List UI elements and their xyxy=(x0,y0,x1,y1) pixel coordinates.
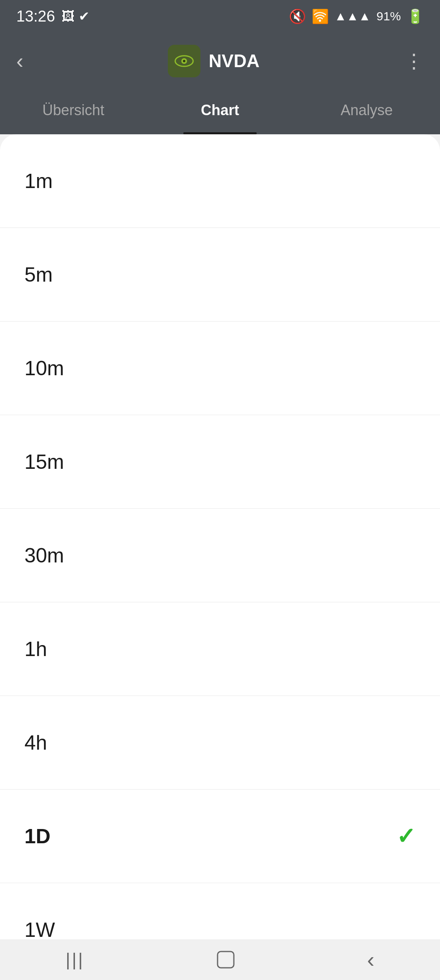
back-button[interactable]: ‹ xyxy=(16,49,23,73)
list-item-1d[interactable]: 1D ✓ xyxy=(0,790,440,883)
tab-chart-label: Chart xyxy=(201,102,239,119)
battery-percent: 91% xyxy=(376,9,401,23)
status-icons-right: 🔇 🛜 ▲▲▲ 91% 🔋 xyxy=(289,8,424,24)
more-options-button[interactable]: ⋮ xyxy=(404,50,424,72)
list-item-1h-label: 1h xyxy=(24,637,47,661)
time-period-list: 1m 5m 10m 15m 30m 1h 4h 1D ✓ 1W xyxy=(0,134,440,977)
status-icons-left: 🖼 ✔ xyxy=(62,9,90,24)
list-item-5m-label: 5m xyxy=(24,263,53,287)
list-item-1m-label: 1m xyxy=(24,169,53,193)
tab-bar: Übersicht Chart Analyse xyxy=(0,90,440,134)
list-item-30m-label: 30m xyxy=(24,544,64,567)
tab-uebersicht-label: Übersicht xyxy=(42,102,104,119)
app-bar-center: NVDA xyxy=(168,45,260,77)
bottom-nav: ||| ‹ xyxy=(0,939,440,980)
recents-button[interactable]: ||| xyxy=(66,949,84,970)
list-item-30m[interactable]: 30m xyxy=(0,509,440,602)
list-item-5m[interactable]: 5m xyxy=(0,228,440,322)
list-item-1w-label: 1W xyxy=(24,918,55,942)
app-title: NVDA xyxy=(209,51,260,71)
tab-analyse-label: Analyse xyxy=(341,102,393,119)
tab-uebersicht[interactable]: Übersicht xyxy=(0,90,147,134)
selected-checkmark: ✓ xyxy=(396,823,416,849)
wifi-icon: 🛜 xyxy=(312,8,329,24)
check-icon: ✔ xyxy=(79,9,90,24)
svg-point-2 xyxy=(183,60,185,62)
status-time-group: 13:26 🖼 ✔ xyxy=(16,8,90,25)
tab-analyse[interactable]: Analyse xyxy=(293,90,440,134)
list-item-15m[interactable]: 15m xyxy=(0,415,440,509)
list-item-4h-label: 4h xyxy=(24,731,47,755)
battery-icon: 🔋 xyxy=(407,8,424,24)
status-bar: 13:26 🖼 ✔ 🔇 🛜 ▲▲▲ 91% 🔋 xyxy=(0,0,440,33)
list-item-10m-label: 10m xyxy=(24,357,64,380)
app-bar: ‹ NVDA ⋮ xyxy=(0,33,440,90)
signal-icon: ▲▲▲ xyxy=(334,9,371,23)
mute-icon: 🔇 xyxy=(289,8,306,24)
tab-chart[interactable]: Chart xyxy=(147,90,293,134)
list-item-10m[interactable]: 10m xyxy=(0,322,440,415)
list-item-1m[interactable]: 1m xyxy=(0,134,440,228)
svg-rect-3 xyxy=(218,952,234,968)
back-nav-button[interactable]: ‹ xyxy=(367,947,374,972)
list-item-4h[interactable]: 4h xyxy=(0,696,440,790)
list-item-1h[interactable]: 1h xyxy=(0,602,440,696)
app-icon xyxy=(168,45,200,77)
list-item-1d-label: 1D xyxy=(24,825,51,848)
gallery-icon: 🖼 xyxy=(62,9,75,24)
clock: 13:26 xyxy=(16,8,55,25)
home-button[interactable] xyxy=(216,949,236,970)
list-item-15m-label: 15m xyxy=(24,450,64,474)
